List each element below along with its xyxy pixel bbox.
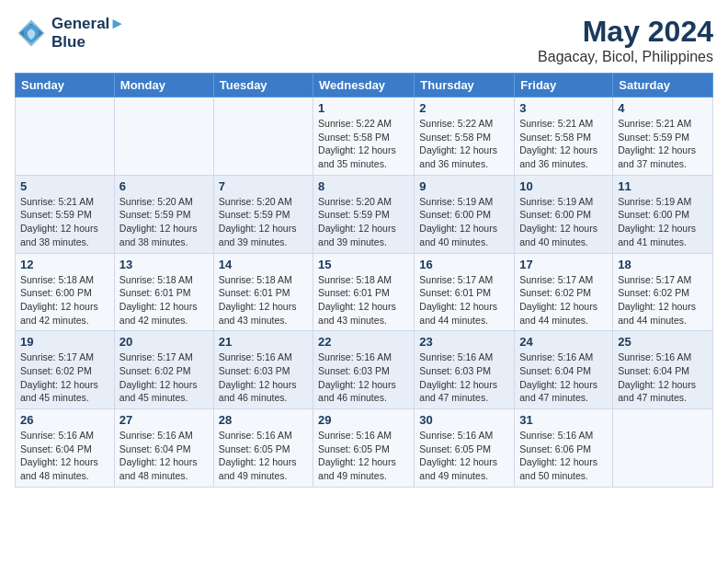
day-info: Sunrise: 5:16 AMSunset: 6:04 PMDaylight:…: [20, 429, 109, 483]
day-info: Sunrise: 5:21 AMSunset: 5:59 PMDaylight:…: [20, 195, 109, 249]
calendar-cell: [16, 98, 115, 176]
calendar-cell: 24Sunrise: 5:16 AMSunset: 6:04 PMDayligh…: [515, 331, 613, 409]
page-header: General► Blue May 2024 Bagacay, Bicol, P…: [15, 15, 713, 65]
calendar-cell: 28Sunrise: 5:16 AMSunset: 6:05 PMDayligh…: [213, 409, 313, 488]
calendar-cell: 17Sunrise: 5:17 AMSunset: 6:02 PMDayligh…: [515, 253, 613, 331]
calendar-cell: 5Sunrise: 5:21 AMSunset: 5:59 PMDaylight…: [16, 175, 115, 253]
calendar-cell: 26Sunrise: 5:16 AMSunset: 6:04 PMDayligh…: [16, 409, 115, 488]
day-number: 4: [618, 101, 708, 115]
day-info: Sunrise: 5:16 AMSunset: 6:05 PMDaylight:…: [419, 429, 509, 483]
calendar-cell: 20Sunrise: 5:17 AMSunset: 6:02 PMDayligh…: [114, 331, 213, 409]
calendar-cell: [213, 98, 313, 176]
day-info: Sunrise: 5:21 AMSunset: 5:59 PMDaylight:…: [618, 117, 708, 171]
day-info: Sunrise: 5:22 AMSunset: 5:58 PMDaylight:…: [318, 117, 409, 171]
day-number: 18: [618, 258, 708, 271]
day-number: 16: [419, 258, 509, 271]
calendar-cell: 19Sunrise: 5:17 AMSunset: 6:02 PMDayligh…: [16, 331, 115, 409]
calendar-cell: 21Sunrise: 5:16 AMSunset: 6:03 PMDayligh…: [213, 331, 313, 409]
calendar-cell: 6Sunrise: 5:20 AMSunset: 5:59 PMDaylight…: [114, 175, 213, 253]
day-info: Sunrise: 5:16 AMSunset: 6:06 PMDaylight:…: [519, 429, 608, 483]
day-info: Sunrise: 5:20 AMSunset: 5:59 PMDaylight:…: [318, 195, 409, 249]
day-number: 21: [219, 335, 308, 349]
day-number: 29: [318, 413, 409, 427]
calendar-cell: 27Sunrise: 5:16 AMSunset: 6:04 PMDayligh…: [114, 409, 213, 488]
day-number: 30: [419, 413, 509, 427]
day-info: Sunrise: 5:16 AMSunset: 6:04 PMDaylight:…: [519, 350, 608, 405]
logo: General► Blue: [15, 15, 125, 52]
day-number: 20: [119, 335, 209, 349]
calendar-header: SundayMondayTuesdayWednesdayThursdayFrid…: [16, 74, 713, 98]
day-number: 31: [519, 413, 608, 427]
calendar-cell: 25Sunrise: 5:16 AMSunset: 6:04 PMDayligh…: [613, 331, 713, 409]
day-info: Sunrise: 5:21 AMSunset: 5:58 PMDaylight:…: [519, 117, 608, 171]
day-info: Sunrise: 5:16 AMSunset: 6:03 PMDaylight:…: [419, 350, 509, 405]
day-info: Sunrise: 5:18 AMSunset: 6:00 PMDaylight:…: [20, 273, 109, 327]
calendar-cell: 29Sunrise: 5:16 AMSunset: 6:05 PMDayligh…: [313, 409, 415, 488]
calendar-cell: 15Sunrise: 5:18 AMSunset: 6:01 PMDayligh…: [313, 253, 415, 331]
weekday-header-friday: Friday: [515, 74, 613, 98]
day-info: Sunrise: 5:19 AMSunset: 6:00 PMDaylight:…: [618, 195, 708, 249]
day-number: 25: [618, 335, 708, 349]
day-number: 1: [318, 101, 409, 115]
day-info: Sunrise: 5:16 AMSunset: 6:05 PMDaylight:…: [318, 429, 409, 483]
day-info: Sunrise: 5:17 AMSunset: 6:02 PMDaylight:…: [618, 273, 708, 327]
day-number: 9: [419, 179, 509, 193]
calendar-cell: 12Sunrise: 5:18 AMSunset: 6:00 PMDayligh…: [16, 253, 115, 331]
calendar-cell: 3Sunrise: 5:21 AMSunset: 5:58 PMDaylight…: [515, 98, 613, 176]
logo-icon: [15, 17, 48, 50]
day-number: 28: [219, 413, 308, 427]
weekday-header-wednesday: Wednesday: [313, 74, 415, 98]
weekday-header-thursday: Thursday: [415, 74, 515, 98]
day-number: 3: [519, 101, 608, 115]
title-block: May 2024 Bagacay, Bicol, Philippines: [538, 15, 713, 65]
day-number: 19: [20, 335, 109, 349]
day-number: 8: [318, 179, 409, 193]
calendar-cell: 2Sunrise: 5:22 AMSunset: 5:58 PMDaylight…: [415, 98, 515, 176]
day-number: 11: [618, 179, 708, 193]
day-number: 27: [119, 413, 209, 427]
day-number: 2: [419, 101, 509, 115]
logo-text: General► Blue: [51, 15, 125, 52]
day-number: 17: [519, 258, 608, 271]
day-number: 23: [419, 335, 509, 349]
calendar-cell: [613, 409, 713, 488]
day-info: Sunrise: 5:20 AMSunset: 5:59 PMDaylight:…: [219, 195, 308, 249]
day-number: 7: [219, 179, 308, 193]
calendar-cell: 14Sunrise: 5:18 AMSunset: 6:01 PMDayligh…: [213, 253, 313, 331]
day-info: Sunrise: 5:19 AMSunset: 6:00 PMDaylight:…: [419, 195, 509, 249]
calendar-cell: 18Sunrise: 5:17 AMSunset: 6:02 PMDayligh…: [613, 253, 713, 331]
day-number: 22: [318, 335, 409, 349]
calendar-cell: 9Sunrise: 5:19 AMSunset: 6:00 PMDaylight…: [415, 175, 515, 253]
weekday-header-saturday: Saturday: [613, 74, 713, 98]
calendar-cell: [114, 98, 213, 176]
day-number: 14: [219, 258, 308, 271]
calendar-cell: 8Sunrise: 5:20 AMSunset: 5:59 PMDaylight…: [313, 175, 415, 253]
day-info: Sunrise: 5:19 AMSunset: 6:00 PMDaylight:…: [519, 195, 608, 249]
day-info: Sunrise: 5:18 AMSunset: 6:01 PMDaylight:…: [318, 273, 409, 327]
calendar-cell: 13Sunrise: 5:18 AMSunset: 6:01 PMDayligh…: [114, 253, 213, 331]
calendar-cell: 10Sunrise: 5:19 AMSunset: 6:00 PMDayligh…: [515, 175, 613, 253]
day-info: Sunrise: 5:16 AMSunset: 6:05 PMDaylight:…: [219, 429, 308, 483]
day-info: Sunrise: 5:20 AMSunset: 5:59 PMDaylight:…: [119, 195, 209, 249]
day-number: 5: [20, 179, 109, 193]
weekday-header-tuesday: Tuesday: [213, 74, 313, 98]
calendar-cell: 31Sunrise: 5:16 AMSunset: 6:06 PMDayligh…: [515, 409, 613, 488]
day-info: Sunrise: 5:17 AMSunset: 6:02 PMDaylight:…: [20, 350, 109, 405]
day-info: Sunrise: 5:17 AMSunset: 6:02 PMDaylight:…: [519, 273, 608, 327]
day-number: 13: [119, 258, 209, 271]
calendar-cell: 23Sunrise: 5:16 AMSunset: 6:03 PMDayligh…: [415, 331, 515, 409]
calendar-cell: 1Sunrise: 5:22 AMSunset: 5:58 PMDaylight…: [313, 98, 415, 176]
day-number: 24: [519, 335, 608, 349]
day-info: Sunrise: 5:16 AMSunset: 6:03 PMDaylight:…: [219, 350, 308, 405]
day-info: Sunrise: 5:16 AMSunset: 6:03 PMDaylight:…: [318, 350, 409, 405]
day-info: Sunrise: 5:17 AMSunset: 6:01 PMDaylight:…: [419, 273, 509, 327]
subtitle: Bagacay, Bicol, Philippines: [538, 49, 713, 65]
day-number: 26: [20, 413, 109, 427]
calendar-cell: 11Sunrise: 5:19 AMSunset: 6:00 PMDayligh…: [613, 175, 713, 253]
day-info: Sunrise: 5:18 AMSunset: 6:01 PMDaylight:…: [119, 273, 209, 327]
day-info: Sunrise: 5:16 AMSunset: 6:04 PMDaylight:…: [618, 350, 708, 405]
calendar-cell: 30Sunrise: 5:16 AMSunset: 6:05 PMDayligh…: [415, 409, 515, 488]
day-info: Sunrise: 5:17 AMSunset: 6:02 PMDaylight:…: [119, 350, 209, 405]
calendar-cell: 16Sunrise: 5:17 AMSunset: 6:01 PMDayligh…: [415, 253, 515, 331]
weekday-header-monday: Monday: [114, 74, 213, 98]
